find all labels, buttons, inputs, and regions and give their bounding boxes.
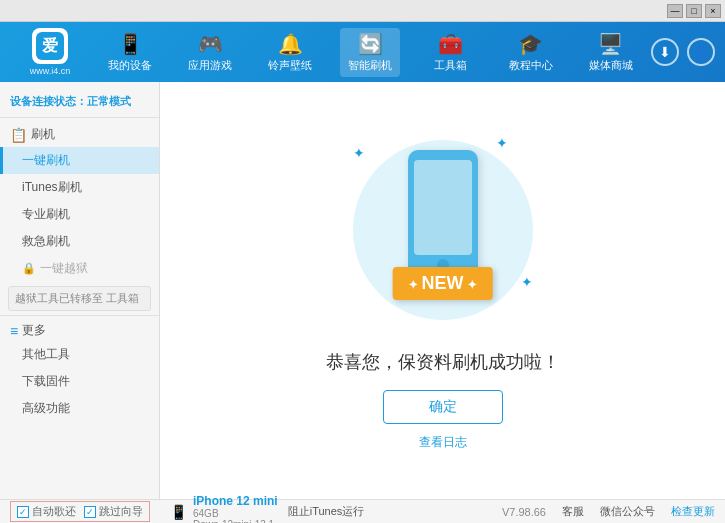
nav-smart-flash[interactable]: 🔄 智能刷机: [340, 28, 400, 77]
download-button[interactable]: ⬇: [651, 38, 679, 66]
nav-apps-games[interactable]: 🎮 应用游戏: [180, 28, 240, 77]
nav-toolbox[interactable]: 🧰 工具箱: [421, 28, 481, 77]
flash-section-icon: 📋: [10, 127, 27, 143]
skip-wizard-check-box: ✓: [84, 506, 96, 518]
nav-tutorials-label: 教程中心: [509, 58, 553, 73]
sidebar-item-jailbreak: 🔒 一键越狱: [0, 255, 159, 282]
phone-illustration: ✦ ✦ ✦ NEW: [343, 130, 543, 330]
confirm-button[interactable]: 确定: [383, 390, 503, 424]
auto-restore-checkbox[interactable]: ✓ 自动歌还: [17, 504, 76, 519]
sidebar-item-other-tools[interactable]: 其他工具: [0, 341, 159, 368]
stop-itunes[interactable]: 阻止iTunes运行: [288, 504, 365, 519]
more-section-icon: ≡: [10, 323, 18, 339]
toolbox-icon: 🧰: [438, 32, 463, 56]
header-actions: ⬇ 👤: [651, 38, 715, 66]
main-content: 设备连接状态：正常模式 📋 刷机 一键刷机 iTunes刷机 专业刷机 救急刷机…: [0, 82, 725, 499]
nav-tutorials[interactable]: 🎓 教程中心: [501, 28, 561, 77]
logo[interactable]: 爱 www.i4.cn: [10, 28, 90, 76]
sidebar-item-itunes-flash[interactable]: iTunes刷机: [0, 174, 159, 201]
logo-icon: 爱: [32, 28, 68, 64]
nav-apps-label: 应用游戏: [188, 58, 232, 73]
nav-media-label: 媒体商城: [589, 58, 633, 73]
device-version: Down-12mini-13,1: [193, 519, 278, 524]
jailbreak-label: 一键越狱: [40, 260, 88, 277]
header: 爱 www.i4.cn 📱 我的设备 🎮 应用游戏 🔔 铃声壁纸 🔄 智能刷机 …: [0, 22, 725, 82]
sidebar-item-download-firmware[interactable]: 下载固件: [0, 368, 159, 395]
window-controls: — □ ×: [667, 4, 721, 18]
nav-ringtones[interactable]: 🔔 铃声壁纸: [260, 28, 320, 77]
footer: ✓ 自动歌还 ✓ 跳过向导 📱 iPhone 12 mini 64GB Down…: [0, 499, 725, 523]
version-label: V7.98.66: [502, 506, 546, 518]
nav-my-device-label: 我的设备: [108, 58, 152, 73]
device-details: iPhone 12 mini 64GB Down-12mini-13,1: [193, 494, 278, 524]
sidebar-item-pro-flash[interactable]: 专业刷机: [0, 201, 159, 228]
service-link[interactable]: 客服: [562, 504, 584, 519]
skip-wizard-label: 跳过向导: [99, 504, 143, 519]
nav-toolbox-label: 工具箱: [434, 58, 467, 73]
sidebar-item-save-flash[interactable]: 救急刷机: [0, 228, 159, 255]
logo-url: www.i4.cn: [30, 66, 71, 76]
stop-itunes-label: 阻止iTunes运行: [288, 504, 365, 519]
ringtones-icon: 🔔: [278, 32, 303, 56]
new-badge: NEW: [392, 267, 493, 300]
maximize-button[interactable]: □: [686, 4, 702, 18]
device-icon: 📱: [170, 504, 187, 520]
nav-ringtones-label: 铃声壁纸: [268, 58, 312, 73]
view-log-link[interactable]: 查看日志: [419, 434, 467, 451]
tutorials-icon: 🎓: [518, 32, 543, 56]
device-name: iPhone 12 mini: [193, 494, 278, 508]
sparkle-1: ✦: [353, 145, 365, 161]
sidebar-section-more[interactable]: ≡ 更多: [0, 315, 159, 341]
flash-section-label: 刷机: [31, 126, 55, 143]
skip-wizard-checkbox[interactable]: ✓ 跳过向导: [84, 504, 143, 519]
jailbreak-notice: 越狱工具已转移至 工具箱: [8, 286, 151, 311]
status-value: 正常模式: [87, 95, 131, 107]
logo-inner: 爱: [36, 32, 64, 60]
nav-media-store[interactable]: 🖥️ 媒体商城: [581, 28, 641, 77]
user-button[interactable]: 👤: [687, 38, 715, 66]
media-icon: 🖥️: [598, 32, 623, 56]
my-device-icon: 📱: [118, 32, 143, 56]
apps-icon: 🎮: [198, 32, 223, 56]
nav-smart-flash-label: 智能刷机: [348, 58, 392, 73]
wechat-link[interactable]: 微信公众号: [600, 504, 655, 519]
sparkle-3: ✦: [521, 274, 533, 290]
more-section-label: 更多: [22, 322, 46, 339]
sidebar: 设备连接状态：正常模式 📋 刷机 一键刷机 iTunes刷机 专业刷机 救急刷机…: [0, 82, 160, 499]
sidebar-item-advanced[interactable]: 高级功能: [0, 395, 159, 422]
connection-status: 设备连接状态：正常模式: [0, 90, 159, 118]
title-bar: — □ ×: [0, 0, 725, 22]
status-label: 设备连接状态：: [10, 95, 87, 107]
footer-left: ✓ 自动歌还 ✓ 跳过向导 📱 iPhone 12 mini 64GB Down…: [10, 494, 502, 524]
sidebar-item-one-click-flash[interactable]: 一键刷机: [0, 147, 159, 174]
nav-bar: 📱 我的设备 🎮 应用游戏 🔔 铃声壁纸 🔄 智能刷机 🧰 工具箱 🎓 教程中心…: [90, 28, 651, 77]
sparkle-2: ✦: [496, 135, 508, 151]
update-link[interactable]: 检查更新: [671, 504, 715, 519]
success-message: 恭喜您，保资料刷机成功啦！: [326, 350, 560, 374]
close-button[interactable]: ×: [705, 4, 721, 18]
device-info: 📱 iPhone 12 mini 64GB Down-12mini-13,1: [170, 494, 278, 524]
auto-restore-check-box: ✓: [17, 506, 29, 518]
auto-restore-label: 自动歌还: [32, 504, 76, 519]
lock-icon: 🔒: [22, 262, 36, 275]
content-area: ✦ ✦ ✦ NEW 恭喜您，保资料刷机成功啦！ 确定 查看日志: [160, 82, 725, 499]
footer-right: V7.98.66 客服 微信公众号 检查更新: [502, 504, 715, 519]
phone-screen: [414, 160, 472, 255]
smart-flash-icon: 🔄: [358, 32, 383, 56]
device-storage: 64GB: [193, 508, 278, 519]
sidebar-section-flash[interactable]: 📋 刷机: [0, 122, 159, 147]
phone-body: [408, 150, 478, 280]
nav-my-device[interactable]: 📱 我的设备: [100, 28, 160, 77]
minimize-button[interactable]: —: [667, 4, 683, 18]
